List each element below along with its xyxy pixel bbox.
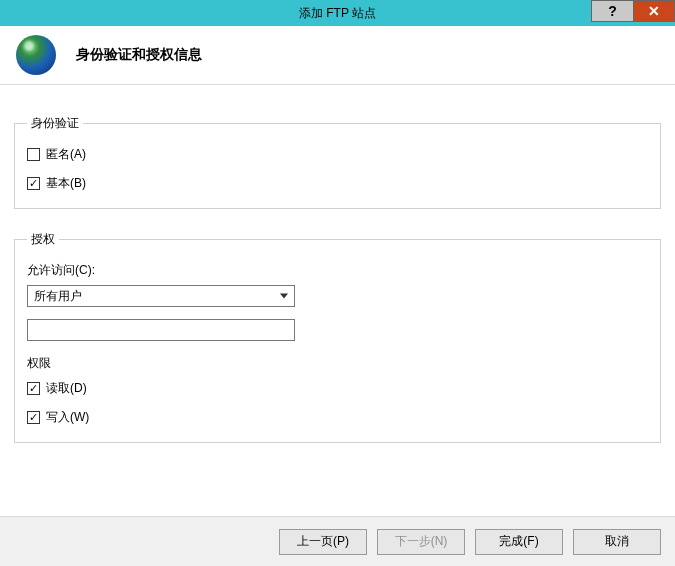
page-title: 身份验证和授权信息 bbox=[76, 46, 202, 64]
allow-access-select[interactable]: 所有用户 bbox=[27, 285, 295, 307]
write-label: 写入(W) bbox=[46, 409, 89, 426]
read-label: 读取(D) bbox=[46, 380, 87, 397]
basic-row: 基本(B) bbox=[27, 175, 648, 192]
next-label: 下一步(N) bbox=[395, 533, 448, 550]
finish-label: 完成(F) bbox=[499, 533, 538, 550]
read-row: 读取(D) bbox=[27, 380, 648, 397]
cancel-button[interactable]: 取消 bbox=[573, 529, 661, 555]
write-checkbox[interactable] bbox=[27, 411, 40, 424]
allow-access-label: 允许访问(C): bbox=[27, 262, 648, 279]
allow-access-value: 所有用户 bbox=[34, 288, 82, 305]
help-icon: ? bbox=[608, 3, 617, 19]
anonymous-checkbox[interactable] bbox=[27, 148, 40, 161]
specific-users-input[interactable] bbox=[27, 319, 295, 341]
read-checkbox[interactable] bbox=[27, 382, 40, 395]
chevron-down-icon bbox=[280, 294, 288, 299]
wizard-header: 身份验证和授权信息 bbox=[0, 26, 675, 85]
authentication-legend: 身份验证 bbox=[27, 115, 83, 132]
window-buttons: ? ✕ bbox=[591, 0, 675, 22]
close-button[interactable]: ✕ bbox=[633, 0, 675, 22]
basic-checkbox[interactable] bbox=[27, 177, 40, 190]
previous-button[interactable]: 上一页(P) bbox=[279, 529, 367, 555]
cancel-label: 取消 bbox=[605, 533, 629, 550]
wizard-footer: 上一页(P) 下一步(N) 完成(F) 取消 bbox=[0, 516, 675, 566]
write-row: 写入(W) bbox=[27, 409, 648, 426]
finish-button[interactable]: 完成(F) bbox=[475, 529, 563, 555]
globe-icon bbox=[16, 35, 56, 75]
authentication-group: 身份验证 匿名(A) 基本(B) bbox=[14, 115, 661, 209]
authorization-group: 授权 允许访问(C): 所有用户 权限 读取(D) 写入(W) bbox=[14, 231, 661, 443]
help-button[interactable]: ? bbox=[591, 0, 633, 22]
basic-label: 基本(B) bbox=[46, 175, 86, 192]
anonymous-label: 匿名(A) bbox=[46, 146, 86, 163]
next-button: 下一步(N) bbox=[377, 529, 465, 555]
previous-label: 上一页(P) bbox=[297, 533, 349, 550]
authorization-legend: 授权 bbox=[27, 231, 59, 248]
close-icon: ✕ bbox=[648, 3, 660, 19]
wizard-body: 身份验证 匿名(A) 基本(B) 授权 允许访问(C): 所有用户 权限 读取(… bbox=[0, 85, 675, 515]
anonymous-row: 匿名(A) bbox=[27, 146, 648, 163]
title-bar: 添加 FTP 站点 ? ✕ bbox=[0, 0, 675, 26]
permissions-heading: 权限 bbox=[27, 355, 648, 372]
window-title: 添加 FTP 站点 bbox=[0, 5, 675, 22]
